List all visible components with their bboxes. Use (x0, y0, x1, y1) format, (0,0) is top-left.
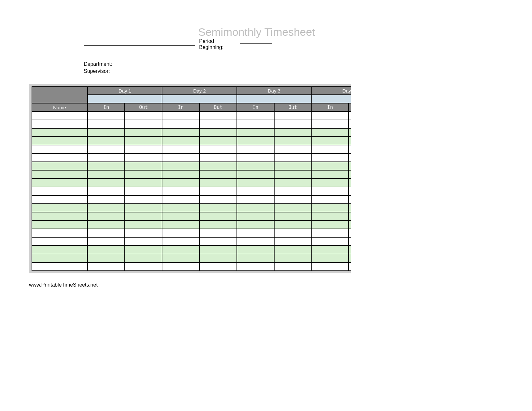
cell-in[interactable] (237, 179, 274, 187)
cell-in[interactable] (88, 187, 125, 195)
cell-in[interactable] (88, 246, 125, 254)
cell-in[interactable] (162, 262, 199, 271)
cell-out[interactable] (199, 153, 237, 162)
cell-out[interactable] (125, 204, 162, 212)
cell-in[interactable] (311, 254, 349, 262)
cell-out[interactable] (349, 153, 351, 162)
cell-in[interactable] (162, 128, 199, 137)
cell-in[interactable] (162, 246, 199, 254)
cell-in[interactable] (237, 120, 274, 128)
cell-in[interactable] (88, 128, 125, 137)
cell-in[interactable] (237, 262, 274, 271)
cell-out[interactable] (199, 237, 237, 246)
cell-in[interactable] (162, 204, 199, 212)
cell-name[interactable] (32, 220, 88, 229)
cell-in[interactable] (88, 262, 125, 271)
cell-out[interactable] (349, 179, 351, 187)
cell-out[interactable] (274, 179, 312, 187)
cell-in[interactable] (88, 254, 125, 262)
cell-out[interactable] (125, 145, 162, 153)
cell-out[interactable] (349, 162, 351, 170)
cell-out[interactable] (199, 212, 237, 220)
cell-in[interactable] (311, 120, 349, 128)
cell-in[interactable] (162, 254, 199, 262)
cell-out[interactable] (349, 220, 351, 229)
cell-out[interactable] (125, 128, 162, 137)
cell-out[interactable] (125, 195, 162, 204)
cell-out[interactable] (274, 212, 312, 220)
cell-in[interactable] (88, 170, 125, 179)
cell-out[interactable] (274, 120, 312, 128)
cell-in[interactable] (311, 187, 349, 195)
cell-out[interactable] (274, 254, 312, 262)
cell-in[interactable] (311, 170, 349, 179)
cell-in[interactable] (311, 179, 349, 187)
cell-name[interactable] (32, 262, 88, 271)
cell-out[interactable] (199, 262, 237, 271)
cell-in[interactable] (311, 137, 349, 145)
cell-out[interactable] (125, 179, 162, 187)
cell-in[interactable] (162, 145, 199, 153)
cell-name[interactable] (32, 153, 88, 162)
cell-out[interactable] (274, 137, 312, 145)
cell-out[interactable] (125, 246, 162, 254)
cell-in[interactable] (162, 120, 199, 128)
cell-in[interactable] (237, 204, 274, 212)
cell-out[interactable] (274, 195, 312, 204)
cell-out[interactable] (199, 137, 237, 145)
cell-out[interactable] (199, 187, 237, 195)
cell-out[interactable] (199, 220, 237, 229)
cell-out[interactable] (274, 262, 312, 271)
cell-out[interactable] (349, 120, 351, 128)
cell-in[interactable] (311, 229, 349, 237)
cell-out[interactable] (125, 220, 162, 229)
cell-name[interactable] (32, 204, 88, 212)
cell-in[interactable] (88, 204, 125, 212)
cell-in[interactable] (162, 212, 199, 220)
cell-in[interactable] (88, 229, 125, 237)
cell-in[interactable] (88, 145, 125, 153)
cell-out[interactable] (199, 229, 237, 237)
cell-in[interactable] (237, 246, 274, 254)
cell-out[interactable] (125, 187, 162, 195)
cell-in[interactable] (88, 153, 125, 162)
cell-out[interactable] (125, 153, 162, 162)
cell-in[interactable] (237, 162, 274, 170)
cell-in[interactable] (311, 204, 349, 212)
cell-out[interactable] (274, 162, 312, 170)
cell-in[interactable] (237, 254, 274, 262)
cell-out[interactable] (199, 195, 237, 204)
cell-out[interactable] (349, 137, 351, 145)
cell-in[interactable] (311, 112, 349, 120)
cell-in[interactable] (162, 237, 199, 246)
cell-in[interactable] (162, 112, 199, 120)
cell-out[interactable] (349, 237, 351, 246)
cell-out[interactable] (199, 112, 237, 120)
cell-in[interactable] (311, 128, 349, 137)
cell-in[interactable] (237, 187, 274, 195)
cell-in[interactable] (162, 187, 199, 195)
cell-out[interactable] (349, 145, 351, 153)
cell-out[interactable] (274, 246, 312, 254)
cell-out[interactable] (199, 145, 237, 153)
cell-out[interactable] (274, 220, 312, 229)
cell-out[interactable] (199, 128, 237, 137)
cell-in[interactable] (88, 137, 125, 145)
cell-in[interactable] (237, 229, 274, 237)
cell-out[interactable] (125, 254, 162, 262)
cell-in[interactable] (237, 112, 274, 120)
cell-out[interactable] (125, 120, 162, 128)
cell-in[interactable] (311, 246, 349, 254)
cell-out[interactable] (125, 162, 162, 170)
cell-name[interactable] (32, 212, 88, 220)
cell-out[interactable] (274, 229, 312, 237)
cell-name[interactable] (32, 254, 88, 262)
cell-in[interactable] (237, 212, 274, 220)
cell-name[interactable] (32, 246, 88, 254)
cell-in[interactable] (162, 170, 199, 179)
cell-name[interactable] (32, 187, 88, 195)
cell-out[interactable] (274, 187, 312, 195)
cell-in[interactable] (162, 229, 199, 237)
cell-name[interactable] (32, 229, 88, 237)
cell-out[interactable] (125, 212, 162, 220)
